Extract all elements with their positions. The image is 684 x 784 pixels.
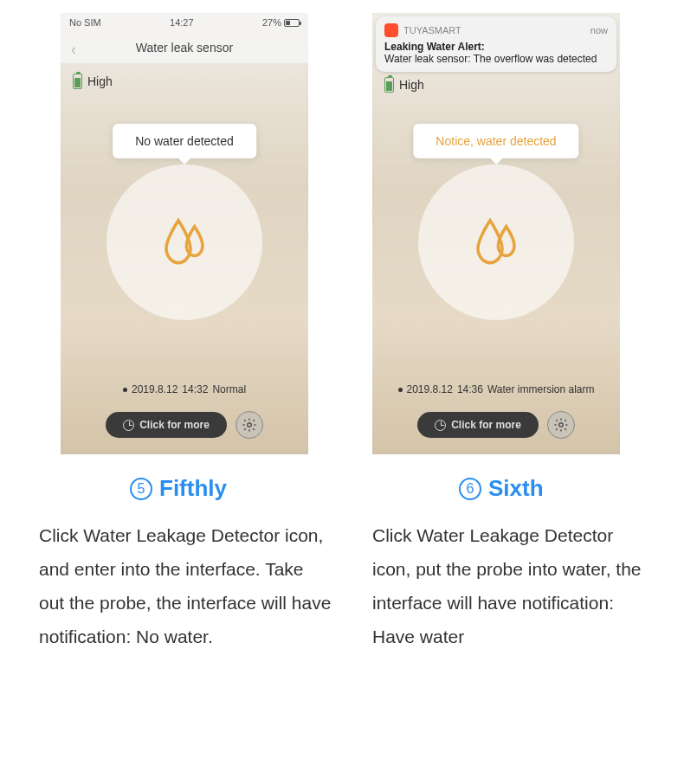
device-battery-icon: [384, 77, 394, 93]
log-entry: 2019.8.12 14:32 Normal: [61, 383, 308, 395]
click-more-label: Click for more: [139, 419, 210, 431]
app-icon: [384, 23, 398, 37]
log-label: Normal: [212, 383, 246, 395]
status-time: 14:27: [170, 17, 194, 28]
gear-icon: [553, 417, 569, 433]
app-title-bar: ‹ Water leak sensor: [61, 32, 308, 63]
device-battery-icon: [73, 74, 82, 89]
battery-icon: [284, 19, 300, 27]
status-tooltip: No water detected: [113, 124, 256, 158]
step-description: Click Water Leakage Detector icon, and e…: [39, 519, 333, 653]
notification-title: Leaking Water Alert:: [384, 41, 608, 53]
log-label: Water immersion alarm: [487, 383, 595, 395]
water-drop-icon: [154, 210, 215, 274]
ios-status-bar: No SIM 14:27 27%: [61, 13, 308, 32]
clock-icon: [435, 420, 446, 431]
step-heading-6: 6 Sixth: [459, 475, 645, 502]
log-time: 14:36: [457, 383, 483, 395]
device-battery-row: High: [61, 63, 308, 100]
battery-pct: 27%: [262, 17, 281, 28]
click-more-label: Click for more: [451, 419, 521, 431]
log-entry: 2019.8.12 14:36 Water immersion alarm: [372, 383, 620, 395]
phone-screenshot-left: No SIM 14:27 27% ‹ Water leak sensor Hig…: [61, 13, 308, 454]
step-description: Click Water Leakage Detector icon, put t…: [372, 519, 645, 653]
settings-button[interactable]: [236, 411, 263, 439]
log-time: 14:32: [182, 383, 208, 395]
device-battery-row: High: [372, 74, 620, 103]
notification-time: now: [590, 25, 608, 35]
carrier-label: No SIM: [69, 17, 101, 28]
log-date: 2019.8.12: [132, 383, 177, 395]
click-for-more-button[interactable]: Click for more: [417, 412, 539, 438]
settings-button[interactable]: [547, 411, 575, 439]
bullet-icon: [123, 388, 127, 392]
phone-screenshot-right: TUYASMART now Leaking Water Alert: Water…: [372, 13, 620, 454]
sensor-status-circle: [418, 164, 574, 320]
page-title: Water leak sensor: [136, 41, 233, 55]
notification-app-name: TUYASMART: [403, 25, 585, 35]
step-title: Fifthly: [159, 475, 227, 502]
notification-body: Water leak sensor: The overflow was dete…: [384, 53, 608, 65]
status-text: No water detected: [135, 134, 234, 148]
step-heading-5: 5 Fifthly: [130, 475, 333, 502]
push-notification[interactable]: TUYASMART now Leaking Water Alert: Water…: [376, 16, 616, 72]
device-battery-label: High: [399, 78, 424, 92]
status-text: Notice, water detected: [436, 134, 556, 148]
clock-icon: [123, 420, 134, 431]
gear-icon: [242, 417, 257, 433]
water-drop-icon: [466, 210, 526, 274]
sensor-status-circle: [106, 164, 262, 320]
click-for-more-button[interactable]: Click for more: [106, 412, 227, 438]
svg-point-0: [248, 423, 252, 427]
status-tooltip: Notice, water detected: [413, 124, 578, 158]
svg-point-1: [559, 423, 564, 427]
step-title: Sixth: [488, 475, 544, 502]
log-date: 2019.8.12: [407, 383, 453, 395]
back-chevron-icon[interactable]: ‹: [71, 41, 76, 59]
device-battery-label: High: [87, 74, 113, 88]
bullet-icon: [398, 388, 403, 392]
step-number-badge: 5: [130, 478, 152, 500]
step-number-badge: 6: [459, 478, 481, 500]
